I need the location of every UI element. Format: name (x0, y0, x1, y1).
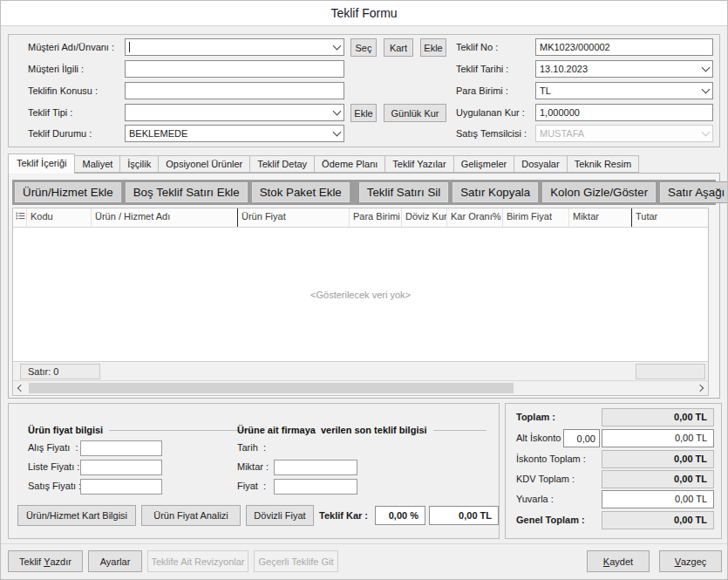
last-offer-price-input[interactable] (274, 479, 357, 495)
vat-total-label: KDV Toplam : (516, 470, 575, 488)
offer-status-value: BEKLEMEDE (126, 128, 330, 139)
teklif-formu-window: Teklif Formu Müşteri Adı/Ünvanı : Müşter… (0, 0, 728, 580)
sales-rep-combobox: MUSTAFA (535, 125, 713, 142)
offer-no-input[interactable] (535, 38, 713, 56)
select-customer-button[interactable]: Seç (350, 38, 377, 57)
sale-price-label: Satış Fiyatı : (28, 478, 81, 494)
copy-row-button[interactable]: Satır Kopyala (452, 182, 538, 202)
add-offer-type-button[interactable]: Ekle (350, 104, 377, 122)
daily-rate-button[interactable]: Günlük Kur (384, 104, 446, 122)
product-card-info-button[interactable]: Ürün/Hizmet Kart Bilgisi (17, 505, 136, 526)
offer-status-label: Teklif Durumu : (28, 125, 92, 142)
header-groupbox: Müşteri Adı/Ünvanı : Müşteri İlgili : Te… (8, 34, 720, 147)
print-offer-button[interactable]: Teklif Yazdır (8, 550, 83, 572)
last-offer-section-title: Ürüne ait firmaya verilen son teklif bil… (237, 425, 486, 435)
applied-rate-input[interactable] (535, 104, 713, 121)
column-header-tutar[interactable]: Tutar (632, 208, 708, 227)
price-info-groupbox: Ürün fiyat bilgisi Alış Fiyatı : Liste F… (8, 403, 500, 539)
list-icon (16, 211, 25, 221)
scrollbar-thumb[interactable] (29, 383, 514, 393)
column-header-urun-fiyat[interactable]: Ürün Fiyat (238, 208, 350, 227)
column-header-kar-orani[interactable]: Kar Oranı% (447, 208, 503, 227)
last-offer-qty-label: Miktar : (237, 459, 269, 474)
discount-total-value: 0,00 TL (602, 450, 714, 468)
price-analysis-button[interactable]: Ürün Fiyat Analizi (141, 505, 241, 526)
currency-label: Para Birimi : (456, 82, 508, 99)
offer-type-combobox[interactable] (125, 104, 344, 121)
grid-empty-area: <Gösterilecek veri yok> (13, 228, 708, 361)
tab-dosyalar[interactable]: Dosyalar (514, 155, 567, 173)
offer-date-combobox[interactable]: 13.10.2023 (535, 60, 713, 78)
chevron-down-icon[interactable] (699, 61, 712, 77)
tab-teklif-icerigi[interactable]: Teklif İçeriği (8, 154, 75, 174)
grid-header-row: Kodu Ürün / Hizmet Adı Ürün Fiyat Para B… (13, 208, 708, 228)
revisions-button: Teklife Ait Revizyonlar (147, 550, 248, 572)
add-empty-row-button[interactable]: Boş Teklif Satırı Ekle (126, 182, 248, 202)
grand-total-value: 0,00 TL (602, 511, 714, 529)
column-header-para-birimi[interactable]: Para Birimi (350, 208, 402, 227)
delete-row-button[interactable]: Teklif Satırı Sil (359, 182, 448, 202)
tab-gelismeler[interactable]: Gelişmeler (453, 155, 515, 173)
horizontal-scrollbar[interactable] (13, 380, 708, 395)
purchase-price-input[interactable] (80, 440, 162, 456)
scroll-left-icon[interactable] (13, 381, 27, 395)
list-price-label: Liste Fiyatı : (28, 459, 79, 474)
scroll-right-icon[interactable] (694, 381, 708, 395)
offer-status-combobox[interactable]: BEKLEMEDE (125, 125, 344, 142)
column-header-doviz-kuru[interactable]: Döviz Kuru (402, 208, 447, 227)
tab-teklif-yazilar[interactable]: Teklif Yazılar (384, 155, 453, 173)
add-stock-package-button[interactable]: Stok Paket Ekle (252, 182, 350, 202)
add-product-button[interactable]: Ürün/Hizmet Ekle (15, 182, 121, 202)
last-offer-price-label: Fiyat : (237, 478, 266, 494)
tab-iscilik[interactable]: İşçilik (119, 155, 159, 173)
sales-rep-label: Satış Temsilcisi : (456, 125, 527, 142)
tab-odeme-plani[interactable]: Ödeme Planı (314, 155, 385, 173)
column-header-miktar[interactable]: Miktar (569, 208, 632, 227)
profit-percent-box[interactable]: 0,00 % (375, 506, 425, 525)
chevron-down-icon[interactable] (330, 126, 344, 141)
customer-name-combobox[interactable] (125, 38, 344, 56)
profit-amount-box[interactable]: 0,00 TL (429, 506, 499, 525)
window-titlebar: Teklif Formu (1, 1, 727, 26)
purchase-price-label: Alış Fiyatı : (28, 440, 78, 455)
round-value[interactable]: 0,00 TL (602, 490, 714, 508)
offer-date-value: 13.10.2023 (536, 64, 699, 74)
fx-price-button[interactable]: Dövizli Fiyat (246, 505, 314, 526)
chevron-down-icon (699, 126, 712, 141)
tab-maliyet[interactable]: Maliyet (74, 155, 120, 173)
sale-price-input[interactable] (80, 479, 162, 495)
round-label: Yuvarla : (516, 490, 554, 508)
tab-opsiyonel-urunler[interactable]: Opsiyonel Ürünler (158, 155, 250, 173)
list-price-input[interactable] (80, 460, 162, 475)
add-customer-button[interactable]: Ekle (420, 38, 446, 57)
toggle-columns-button[interactable]: Kolon Gizle/Göster (542, 182, 656, 202)
card-button[interactable]: Kart (384, 38, 413, 57)
tab-teknik-resim[interactable]: Teknik Resim (567, 155, 639, 173)
sub-discount-rate-input[interactable] (563, 429, 600, 447)
cancel-button[interactable]: Vazgeç (659, 550, 722, 572)
column-header-kodu[interactable]: Kodu (27, 208, 92, 227)
sub-discount-value[interactable]: 0,00 TL (602, 429, 714, 447)
last-offer-qty-input[interactable] (274, 460, 357, 475)
product-price-section-title: Ürün fiyat bilgisi (28, 425, 253, 435)
footer-separator (1, 543, 727, 544)
currency-combobox[interactable]: TL (535, 82, 713, 99)
row-down-button[interactable]: Satır Aşağı (660, 182, 728, 202)
column-header-urun-hizmet[interactable]: Ürün / Hizmet Adı (92, 208, 238, 227)
subject-input[interactable] (125, 82, 344, 99)
offer-date-label: Teklif Tarihi : (456, 60, 508, 78)
column-header-birim-fiyat[interactable]: Birim Fiyat (503, 208, 569, 227)
tab-teklif-detay[interactable]: Teklif Detay (249, 155, 315, 173)
customer-contact-input[interactable] (125, 60, 344, 78)
chevron-down-icon[interactable] (330, 39, 344, 55)
subject-label: Teklifin Konusu : (28, 82, 98, 99)
profit-label: Teklif Kar : (319, 507, 368, 524)
chevron-down-icon[interactable] (330, 105, 344, 120)
save-button[interactable]: Kaydet (587, 550, 650, 572)
page-title: Teklif Formu (330, 6, 397, 20)
offer-type-label: Teklif Tipi : (28, 104, 72, 121)
settings-button[interactable]: Ayarlar (88, 550, 142, 572)
chevron-down-icon[interactable] (699, 83, 712, 99)
offer-lines-grid: Kodu Ürün / Hizmet Adı Ürün Fiyat Para B… (12, 208, 709, 396)
grand-total-label: Genel Toplam : (516, 511, 585, 529)
